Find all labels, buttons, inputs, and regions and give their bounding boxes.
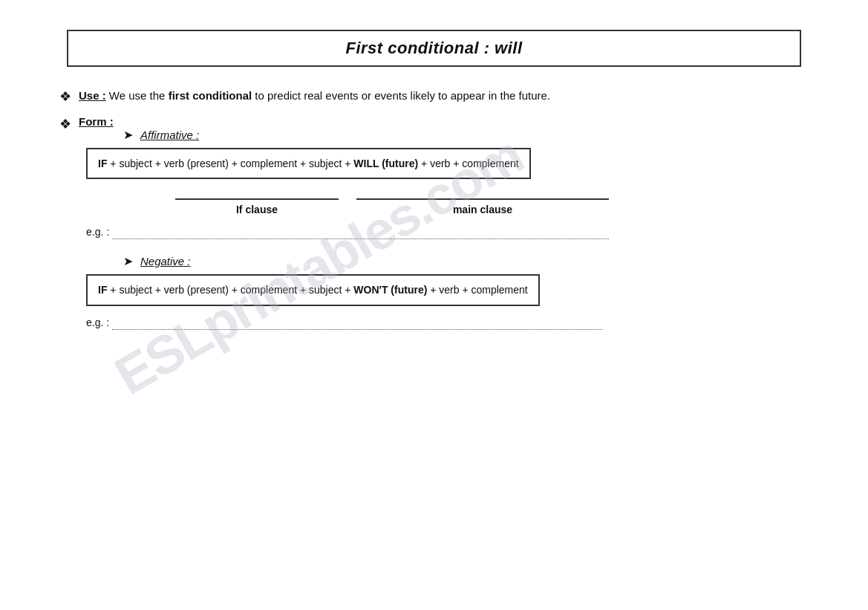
arrow-bullet-negative: ➤ <box>123 254 133 268</box>
affirmative-arrow-row: ➤ Affirmative : <box>123 128 609 142</box>
labels-gap <box>339 203 356 215</box>
page: First conditional : will ❖ Use : We use … <box>0 0 868 385</box>
use-section: ❖ Use : We use the first conditional to … <box>59 88 809 105</box>
negative-label: Negative : <box>140 255 191 267</box>
page-title: First conditional : will <box>345 39 522 57</box>
main-clause-line <box>356 189 609 200</box>
diamond-bullet-use: ❖ <box>59 88 71 105</box>
use-text-before: We use the <box>109 89 169 102</box>
use-text-after: to predict real events or events likely … <box>255 89 550 102</box>
eg-line-2 <box>112 318 602 330</box>
if-clause-line <box>175 189 339 200</box>
eg-row-1: e.g. : <box>86 226 609 239</box>
clause-diagram: If clause main clause <box>86 189 609 215</box>
use-text: Use : We use the first conditional to pr… <box>79 88 550 105</box>
affirmative-section: ➤ Affirmative : IF + subject + verb (pre… <box>123 128 609 330</box>
negative-formula-wrapper: IF + subject + verb (present) + compleme… <box>86 274 609 329</box>
if-bold-2: IF <box>98 284 107 296</box>
form-label: Form : <box>79 115 114 128</box>
negative-formula-box: IF + subject + verb (present) + compleme… <box>86 274 540 305</box>
formula-text-neg: + subject + verb (present) + complement … <box>107 284 527 296</box>
if-bold-1: IF <box>98 158 107 169</box>
eg-label-1: e.g. : <box>86 226 109 239</box>
affirmative-label: Affirmative : <box>140 129 199 141</box>
if-clause-label-wrapper: If clause <box>175 203 339 215</box>
main-clause-label-wrapper: main clause <box>356 203 609 215</box>
eg-row-2: e.g. : <box>86 317 609 330</box>
arrow-bullet-affirmative: ➤ <box>123 128 133 142</box>
clause-lines-row <box>86 189 609 200</box>
clause-labels-row: If clause main clause <box>86 203 609 215</box>
affirmative-formula-text: IF + subject + verb (present) + compleme… <box>98 158 519 169</box>
form-content: Form : ➤ Affirmative : IF + subject + ve… <box>79 115 609 345</box>
negative-arrow-row: ➤ Negative : <box>123 254 609 268</box>
eg-label-2: e.g. : <box>86 317 109 330</box>
title-box: First conditional : will <box>67 30 801 67</box>
negative-formula-text: IF + subject + verb (present) + compleme… <box>98 284 528 296</box>
eg-line-1 <box>112 227 609 239</box>
affirmative-formula-box: IF + subject + verb (present) + compleme… <box>86 148 531 179</box>
use-bold: first conditional <box>169 89 252 102</box>
affirmative-formula-wrapper: IF + subject + verb (present) + compleme… <box>86 148 609 239</box>
main-clause-label: main clause <box>453 204 512 215</box>
if-clause-label: If clause <box>236 204 278 215</box>
formula-text-aff: + subject + verb (present) + complement … <box>107 158 518 169</box>
use-label: Use : <box>79 89 106 102</box>
form-section: ❖ Form : ➤ Affirmative : IF + subject + … <box>59 115 809 345</box>
diamond-bullet-form: ❖ <box>59 116 71 132</box>
